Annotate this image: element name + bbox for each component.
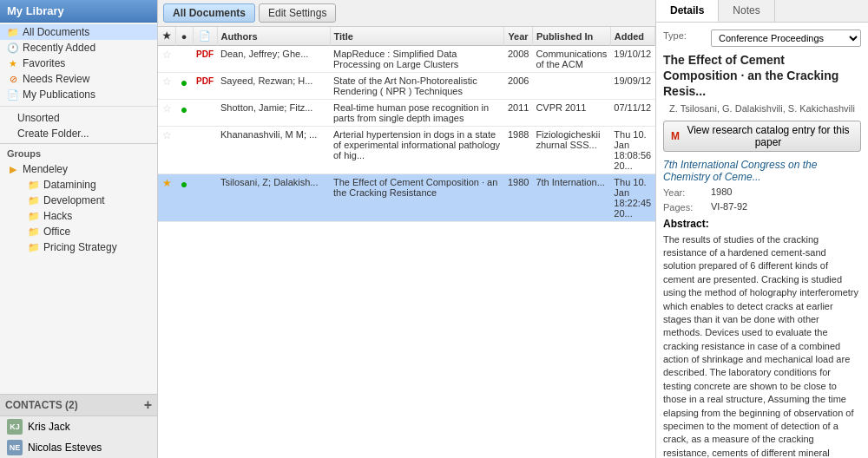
sidebar-item-mendeley-label: Mendeley	[23, 163, 154, 175]
favorites-icon: ★	[7, 57, 19, 69]
star-icon[interactable]: ☆	[162, 129, 172, 141]
sidebar-item-recently-added-label: Recently Added	[23, 42, 154, 54]
documents-table-container: ★ ● 📄 Authors Title Year Published In Ad…	[158, 27, 655, 458]
added-cell: 07/11/12	[610, 100, 654, 127]
groups-section: Groups ▶ Mendeley 📁 Datamining 📁 Develop…	[0, 143, 157, 255]
table-row[interactable]: ☆Khananashvili, M M; ...Arterial hyperte…	[158, 127, 655, 174]
file-cell	[193, 174, 217, 222]
col-added-header[interactable]: Added	[610, 27, 654, 46]
contact-nicolas-esteves-name: Nicolas Esteves	[28, 442, 102, 454]
col-authors-header[interactable]: Authors	[217, 27, 330, 46]
contact-kris-jack[interactable]: KJ Kris Jack	[0, 416, 157, 437]
pages-value: VI-87-92	[711, 201, 747, 212]
sidebar-item-needs-review-label: Needs Review	[23, 73, 154, 85]
star-icon[interactable]: ☆	[162, 49, 172, 61]
catalog-btn-icon: M	[671, 130, 680, 142]
sidebar-item-recently-added[interactable]: 🕐 Recently Added	[0, 40, 157, 56]
datamining-folder-icon: 📁	[28, 179, 40, 191]
status-cell: ●	[175, 100, 193, 127]
pdf-icon: PDF	[196, 76, 214, 86]
edit-settings-button[interactable]: Edit Settings	[259, 3, 336, 23]
title-cell: The Effect of Cement Composition · an th…	[330, 174, 504, 222]
catalog-btn[interactable]: M View research catalog entry for this p…	[663, 121, 861, 152]
sidebar-item-datamining-label: Datamining	[43, 179, 154, 191]
sidebar-separator-1	[0, 106, 157, 107]
col-star-header[interactable]: ★	[158, 27, 175, 46]
sidebar-item-favorites[interactable]: ★ Favorites	[0, 56, 157, 71]
tab-notes[interactable]: Notes	[719, 0, 774, 22]
sidebar-item-development-label: Development	[43, 194, 154, 206]
authors-cell: Dean, Jeffrey; Ghe...	[217, 46, 330, 73]
main-content: All Documents Edit Settings ★ ● 📄 Author…	[158, 0, 655, 458]
sidebar-item-office-label: Office	[43, 226, 154, 238]
status-cell	[175, 127, 193, 174]
title-cell: MapReduce : Simplified Data Processing o…	[330, 46, 504, 73]
sidebar-item-unsorted[interactable]: Unsorted	[0, 110, 157, 126]
tab-details[interactable]: Details	[656, 0, 719, 22]
title-cell: State of the Art Non-Photorealistic Rend…	[330, 73, 504, 100]
sidebar-item-all-documents[interactable]: 📁 All Documents	[0, 24, 157, 40]
details-panel: Details Notes Type: Conference Proceedin…	[655, 0, 868, 458]
star-cell[interactable]: ☆	[158, 73, 175, 100]
year-value: 1980	[711, 186, 732, 197]
table-row[interactable]: ★●Tsilosani, Z; Dalakish...The Effect of…	[158, 174, 655, 222]
col-status-header[interactable]: ●	[175, 27, 193, 46]
star-icon[interactable]: ☆	[162, 102, 172, 114]
sidebar-item-datamining[interactable]: 📁 Datamining	[0, 177, 157, 193]
year-cell: 2011	[504, 100, 532, 127]
file-cell: PDF	[193, 46, 217, 73]
sidebar-item-hacks[interactable]: 📁 Hacks	[0, 208, 157, 224]
authors-value: Z. Tsilosani, G. Dalakishvili, S. Kakich…	[663, 103, 861, 114]
added-cell: Thu 10. Jan 18:22:45 20...	[610, 174, 654, 222]
sidebar-item-my-publications[interactable]: 📄 My Publications	[0, 87, 157, 102]
table-row[interactable]: ☆PDFDean, Jeffrey; Ghe...MapReduce : Sim…	[158, 46, 655, 73]
star-icon[interactable]: ☆	[162, 75, 172, 88]
star-cell[interactable]: ☆	[158, 46, 175, 73]
type-select[interactable]: Conference ProceedingsJournal ArticleBoo…	[711, 29, 861, 47]
sidebar-item-create-folder-label: Create Folder...	[17, 128, 154, 140]
paper-title: The Effect of Cement Composition · an th…	[663, 52, 861, 100]
star-cell[interactable]: ☆	[158, 127, 175, 174]
status-cell: ●	[175, 73, 193, 100]
table-row[interactable]: ☆●PDFSayeed, Rezwan; H...State of the Ar…	[158, 73, 655, 100]
file-cell: PDF	[193, 73, 217, 100]
contact-kris-jack-name: Kris Jack	[28, 421, 70, 433]
sidebar-item-mendeley[interactable]: ▶ Mendeley	[0, 161, 157, 177]
year-cell: 1980	[504, 174, 532, 222]
needs-review-icon: ⊘	[7, 73, 19, 85]
col-file-header[interactable]: 📄	[193, 27, 217, 46]
status-dot: ●	[181, 177, 187, 191]
star-cell[interactable]: ☆	[158, 100, 175, 127]
groups-header: Groups	[0, 146, 157, 161]
sidebar-item-office[interactable]: 📁 Office	[0, 224, 157, 239]
authors-cell: Shotton, Jamie; Fitz...	[217, 100, 330, 127]
sidebar-item-my-publications-label: My Publications	[23, 88, 154, 101]
file-cell	[193, 127, 217, 174]
proc-title-value: 7th International Congress on the Chemis…	[663, 159, 861, 183]
contacts-section: CONTACTS (2) + KJ Kris Jack NE Nicolas E…	[0, 394, 157, 458]
sidebar-item-create-folder[interactable]: Create Folder...	[0, 126, 157, 141]
contacts-add-button[interactable]: +	[144, 397, 152, 413]
recently-added-icon: 🕐	[7, 42, 19, 54]
table-row[interactable]: ☆●Shotton, Jamie; Fitz...Real-time human…	[158, 100, 655, 127]
authors-cell: Tsilosani, Z; Dalakish...	[217, 174, 330, 222]
sidebar-item-needs-review[interactable]: ⊘ Needs Review	[0, 71, 157, 87]
all-documents-button[interactable]: All Documents	[163, 3, 255, 23]
col-year-header[interactable]: Year	[504, 27, 532, 46]
pages-row: Pages: VI-87-92	[663, 201, 861, 213]
development-folder-icon: 📁	[28, 194, 40, 206]
col-published-in-header[interactable]: Published In	[532, 27, 610, 46]
title-cell: Arterial hypertension in dogs in a state…	[330, 127, 504, 174]
sidebar-item-pricing-strategy-label: Pricing Strategy	[43, 241, 154, 253]
col-title-header[interactable]: Title	[330, 27, 504, 46]
pdf-icon: PDF	[196, 49, 214, 59]
sidebar-item-pricing-strategy[interactable]: 📁 Pricing Strategy	[0, 239, 157, 255]
sidebar-item-development[interactable]: 📁 Development	[0, 193, 157, 208]
panel-content: Type: Conference ProceedingsJournal Arti…	[656, 23, 868, 458]
catalog-btn-label: View research catalog entry for this pap…	[683, 124, 853, 148]
sidebar-library-section: 📁 All Documents 🕐 Recently Added ★ Favor…	[0, 23, 157, 143]
star-icon[interactable]: ★	[162, 177, 172, 189]
star-cell[interactable]: ★	[158, 174, 175, 222]
abstract-text: The results of studies of the cracking r…	[663, 233, 861, 458]
contact-nicolas-esteves[interactable]: NE Nicolas Esteves	[0, 437, 157, 458]
